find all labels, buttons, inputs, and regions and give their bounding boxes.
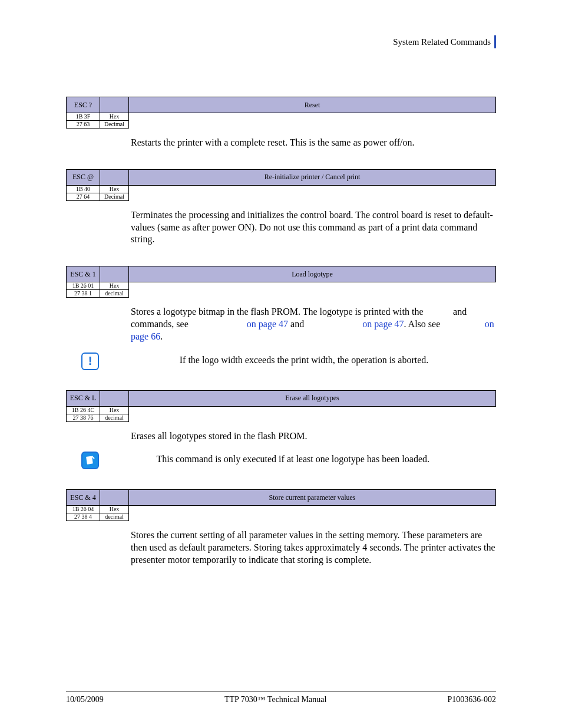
cmd-table-eraselogo: ESC & L Erase all logotypes 1B 26 4C Hex… — [66, 390, 496, 422]
dec-label-cell: decimal — [100, 513, 129, 521]
section-eraselogo: ESC & L Erase all logotypes 1B 26 4C Hex… — [66, 390, 496, 470]
hex-cell: 1B 3F — [67, 113, 100, 121]
hex-cell: 1B 26 01 — [67, 282, 100, 290]
cmd-cell: ESC & 1 — [67, 266, 100, 282]
svg-rect-0 — [86, 456, 93, 465]
cmd-table-reset: ESC ? Reset 1B 3F Hex 27 63 Decimal — [66, 97, 496, 129]
section-body: Stores the current setting of all parame… — [131, 529, 496, 566]
cmd-title-cell: Re-initialize printer / Cancel print — [129, 169, 496, 185]
dec-label-cell: Decimal — [100, 121, 129, 129]
cmd-title-cell: Load logotype — [129, 266, 496, 282]
dec-label-cell: Decimal — [100, 193, 129, 200]
hex-cell: 1B 40 — [67, 185, 100, 193]
cmd-cell: ESC @ — [67, 169, 100, 185]
cmd-table-storeparams: ESC & 4 Store current parameter values 1… — [66, 489, 496, 521]
note-icon — [81, 452, 99, 469]
section-body: Erases all logotypes stored in the flash… — [131, 430, 496, 443]
hex-label-cell: Hex — [100, 185, 129, 193]
section-body: Terminates the processing and initialize… — [131, 209, 496, 246]
important-icon: ! — [81, 353, 99, 370]
link-print-logotype-2[interactable]: Print logotype on page 47 — [306, 319, 404, 329]
dec-cell: 27 38 4 — [67, 513, 100, 521]
dec-cell: 27 64 — [67, 193, 100, 200]
cmd-title-cell: Store current parameter values — [129, 490, 496, 506]
cmd-cell — [100, 390, 129, 406]
page-header: System Related Commands — [66, 35, 496, 48]
hex-label-cell: Hex — [100, 282, 129, 290]
note: Note • This command is only executed if … — [81, 452, 496, 469]
footer-docnum: P1003636-002 — [448, 695, 496, 704]
dec-label-cell: decimal — [100, 290, 129, 298]
dec-cell: 27 38 1 — [67, 290, 100, 298]
footer-title: TTP 7030™ Technical Manual — [224, 695, 326, 704]
dec-cell: 27 63 — [67, 121, 100, 129]
hex-label-cell: Hex — [100, 506, 129, 513]
dec-cell: 27 38 76 — [67, 414, 100, 421]
cmd-cell — [100, 490, 129, 506]
hex-label-cell: Hex — [100, 406, 129, 414]
cmd-cell — [100, 97, 129, 113]
cmd-title-cell: Reset — [129, 97, 496, 113]
dec-label-cell: decimal — [100, 414, 129, 421]
section-reset: ESC ? Reset 1B 3F Hex 27 63 Decimal Rest… — [66, 97, 496, 149]
footer-date: 10/05/2009 — [66, 695, 104, 704]
cmd-table-reinit: ESC @ Re-initialize printer / Cancel pri… — [66, 169, 496, 201]
section-body: Stores a logotype bitmap in the flash PR… — [131, 306, 496, 342]
cmd-title-cell: Erase all logotypes — [129, 390, 496, 406]
section-body: Restarts the printer with a complete res… — [131, 137, 496, 149]
cmd-cell: ESC & 4 — [67, 490, 100, 506]
cmd-cell: ESC ? — [67, 97, 100, 113]
cmd-cell: ESC & L — [67, 390, 100, 406]
section-storeparams: ESC & 4 Store current parameter values 1… — [66, 489, 496, 566]
cmd-cell — [100, 266, 129, 282]
important-note: ! Important • If the logo width exceeds … — [81, 353, 496, 370]
cmd-cell — [100, 169, 129, 185]
section-loadlogo: ESC & 1 Load logotype 1B 26 01 Hex 27 38… — [66, 266, 496, 370]
hex-cell: 1B 26 04 — [67, 506, 100, 513]
page-footer: 10/05/2009 TTP 7030™ Technical Manual P1… — [66, 691, 496, 704]
section-reinit: ESC @ Re-initialize printer / Cancel pri… — [66, 169, 496, 246]
link-print-logotype-1[interactable]: Print logotype on page 47 — [191, 319, 288, 329]
hex-cell: 1B 26 4C — [67, 406, 100, 414]
section-title: System Related Commands — [393, 37, 491, 47]
hex-label-cell: Hex — [100, 113, 129, 121]
cmd-table-loadlogo: ESC & 1 Load logotype 1B 26 01 Hex 27 38… — [66, 266, 496, 298]
